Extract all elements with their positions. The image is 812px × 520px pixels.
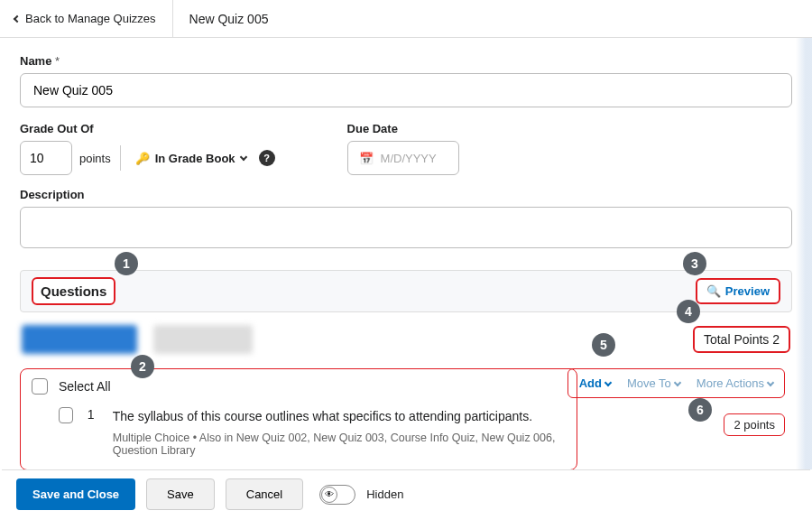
calendar-icon: 📅 — [359, 152, 374, 165]
question-1-meta: Multiple Choice • Also in New Quiz 002, … — [113, 432, 566, 457]
preview-label: Preview — [725, 284, 770, 298]
toggle-knob: 👁 — [321, 487, 337, 503]
question-1-points: 2 points — [724, 413, 785, 436]
callout-1: 1 — [115, 252, 138, 275]
scrollbar[interactable] — [796, 38, 812, 469]
help-icon[interactable]: ? — [259, 150, 275, 166]
grade-field: Grade Out Of points 🔑 In Grade Book ? — [20, 122, 275, 175]
description-input[interactable] — [20, 207, 792, 248]
grade-label: Grade Out Of — [20, 122, 275, 135]
name-label: Name * — [20, 54, 792, 68]
cancel-button[interactable]: Cancel — [226, 478, 303, 510]
due-date-placeholder: M/D/YYYY — [381, 152, 437, 165]
preview-icon: 🔍 — [706, 284, 721, 298]
more-actions-button[interactable]: More Actions — [697, 376, 773, 390]
preview-button[interactable]: 🔍 Preview — [696, 278, 780, 304]
description-label: Description — [20, 188, 792, 201]
blurred-buttons — [22, 325, 253, 354]
due-date-field: Due Date 📅 M/D/YYYY — [347, 122, 459, 175]
eye-off-icon: 👁 — [325, 489, 334, 499]
select-all-label: Select All — [59, 379, 111, 394]
points-suffix: points — [79, 152, 111, 165]
chevron-down-icon — [239, 153, 246, 160]
callout-2: 2 — [131, 355, 154, 378]
gradebook-dropdown[interactable]: 🔑 In Grade Book — [130, 148, 252, 169]
callout-3: 3 — [683, 252, 706, 275]
select-all-row: Select All — [32, 378, 566, 395]
visibility-label: Hidden — [366, 488, 403, 501]
page-title: New Quiz 005 — [173, 12, 269, 26]
chevron-down-icon — [674, 378, 681, 385]
due-date-input[interactable]: 📅 M/D/YYYY — [347, 141, 459, 175]
select-all-checkbox[interactable] — [32, 378, 48, 395]
question-1-checkbox[interactable] — [59, 407, 73, 423]
name-input[interactable] — [20, 73, 792, 107]
question-1-text: The syllabus of this course outlines wha… — [113, 407, 566, 426]
gradebook-label: In Grade Book — [155, 152, 235, 165]
callout-5: 5 — [592, 333, 615, 357]
add-existing-button-blurred[interactable] — [22, 325, 137, 354]
key-icon: 🔑 — [135, 152, 150, 165]
chevron-down-icon — [767, 378, 774, 385]
visibility-toggle[interactable]: 👁 — [319, 485, 355, 505]
questions-header: Questions 🔍 Preview — [20, 270, 792, 312]
move-to-button[interactable]: Move To — [627, 376, 680, 390]
back-label: Back to Manage Quizzes — [25, 12, 156, 25]
question-row-1[interactable]: 1 The syllabus of this course outlines w… — [32, 407, 566, 457]
callout-4: 4 — [677, 300, 700, 323]
question-list-outline: Select All 1 The syllabus of this course… — [20, 368, 577, 470]
save-button[interactable]: Save — [146, 478, 215, 510]
divider — [120, 145, 121, 171]
create-new-button-blurred[interactable] — [153, 325, 253, 354]
question-1-number: 1 — [88, 407, 98, 457]
callout-6: 6 — [688, 398, 712, 422]
topbar: Back to Manage Quizzes New Quiz 005 — [0, 0, 812, 38]
add-question-button[interactable]: Add — [579, 376, 611, 390]
question-list-area: Select All 1 The syllabus of this course… — [20, 368, 792, 470]
back-to-manage-link[interactable]: Back to Manage Quizzes — [14, 0, 173, 37]
questions-section-title: Questions — [32, 277, 115, 305]
question-1-body: The syllabus of this course outlines wha… — [113, 407, 566, 457]
due-date-label: Due Date — [347, 122, 459, 135]
save-and-close-button[interactable]: Save and Close — [16, 478, 135, 510]
chevron-down-icon — [604, 378, 612, 385]
grade-out-of-input[interactable] — [20, 141, 72, 175]
footer-bar: Save and Close Save Cancel 👁 Hidden — [2, 469, 810, 518]
chevron-left-icon — [14, 14, 21, 22]
total-points-label: Total Points 2 — [693, 326, 790, 353]
question-toolbar: Add Move To More Actions — [567, 368, 785, 398]
